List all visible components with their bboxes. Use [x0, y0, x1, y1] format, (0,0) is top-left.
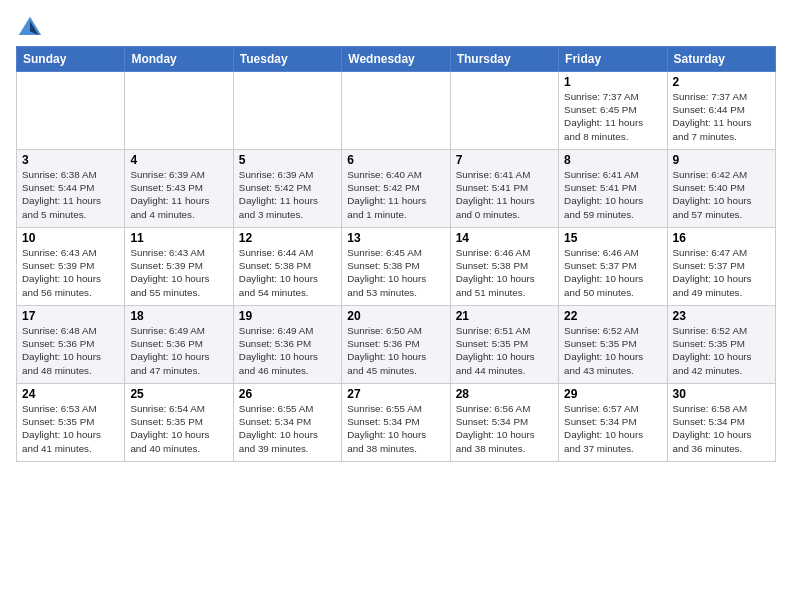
empty-cell — [450, 72, 558, 150]
day-info-18: Sunrise: 6:49 AM Sunset: 5:36 PM Dayligh… — [130, 324, 227, 377]
day-number-23: 23 — [673, 309, 770, 323]
day-info-3: Sunrise: 6:38 AM Sunset: 5:44 PM Dayligh… — [22, 168, 119, 221]
week-row-1: 1Sunrise: 7:37 AM Sunset: 6:45 PM Daylig… — [17, 72, 776, 150]
day-cell-17: 17Sunrise: 6:48 AM Sunset: 5:36 PM Dayli… — [17, 306, 125, 384]
day-info-5: Sunrise: 6:39 AM Sunset: 5:42 PM Dayligh… — [239, 168, 336, 221]
weekday-header-row: SundayMondayTuesdayWednesdayThursdayFrid… — [17, 47, 776, 72]
day-number-2: 2 — [673, 75, 770, 89]
day-info-26: Sunrise: 6:55 AM Sunset: 5:34 PM Dayligh… — [239, 402, 336, 455]
day-number-25: 25 — [130, 387, 227, 401]
day-number-20: 20 — [347, 309, 444, 323]
day-number-11: 11 — [130, 231, 227, 245]
day-number-8: 8 — [564, 153, 661, 167]
day-number-10: 10 — [22, 231, 119, 245]
day-info-7: Sunrise: 6:41 AM Sunset: 5:41 PM Dayligh… — [456, 168, 553, 221]
day-info-29: Sunrise: 6:57 AM Sunset: 5:34 PM Dayligh… — [564, 402, 661, 455]
header — [16, 10, 776, 42]
day-cell-8: 8Sunrise: 6:41 AM Sunset: 5:41 PM Daylig… — [559, 150, 667, 228]
calendar: SundayMondayTuesdayWednesdayThursdayFrid… — [16, 46, 776, 462]
day-number-4: 4 — [130, 153, 227, 167]
day-info-9: Sunrise: 6:42 AM Sunset: 5:40 PM Dayligh… — [673, 168, 770, 221]
weekday-header-saturday: Saturday — [667, 47, 775, 72]
day-info-12: Sunrise: 6:44 AM Sunset: 5:38 PM Dayligh… — [239, 246, 336, 299]
week-row-4: 17Sunrise: 6:48 AM Sunset: 5:36 PM Dayli… — [17, 306, 776, 384]
day-info-4: Sunrise: 6:39 AM Sunset: 5:43 PM Dayligh… — [130, 168, 227, 221]
day-info-10: Sunrise: 6:43 AM Sunset: 5:39 PM Dayligh… — [22, 246, 119, 299]
day-info-28: Sunrise: 6:56 AM Sunset: 5:34 PM Dayligh… — [456, 402, 553, 455]
day-info-6: Sunrise: 6:40 AM Sunset: 5:42 PM Dayligh… — [347, 168, 444, 221]
day-number-22: 22 — [564, 309, 661, 323]
day-info-2: Sunrise: 7:37 AM Sunset: 6:44 PM Dayligh… — [673, 90, 770, 143]
weekday-header-tuesday: Tuesday — [233, 47, 341, 72]
weekday-header-thursday: Thursday — [450, 47, 558, 72]
day-cell-16: 16Sunrise: 6:47 AM Sunset: 5:37 PM Dayli… — [667, 228, 775, 306]
day-number-30: 30 — [673, 387, 770, 401]
day-cell-21: 21Sunrise: 6:51 AM Sunset: 5:35 PM Dayli… — [450, 306, 558, 384]
day-cell-5: 5Sunrise: 6:39 AM Sunset: 5:42 PM Daylig… — [233, 150, 341, 228]
day-cell-10: 10Sunrise: 6:43 AM Sunset: 5:39 PM Dayli… — [17, 228, 125, 306]
day-info-20: Sunrise: 6:50 AM Sunset: 5:36 PM Dayligh… — [347, 324, 444, 377]
day-cell-13: 13Sunrise: 6:45 AM Sunset: 5:38 PM Dayli… — [342, 228, 450, 306]
day-info-30: Sunrise: 6:58 AM Sunset: 5:34 PM Dayligh… — [673, 402, 770, 455]
day-cell-12: 12Sunrise: 6:44 AM Sunset: 5:38 PM Dayli… — [233, 228, 341, 306]
day-info-13: Sunrise: 6:45 AM Sunset: 5:38 PM Dayligh… — [347, 246, 444, 299]
day-number-26: 26 — [239, 387, 336, 401]
day-number-29: 29 — [564, 387, 661, 401]
logo — [16, 14, 48, 42]
day-info-24: Sunrise: 6:53 AM Sunset: 5:35 PM Dayligh… — [22, 402, 119, 455]
day-cell-2: 2Sunrise: 7:37 AM Sunset: 6:44 PM Daylig… — [667, 72, 775, 150]
day-info-22: Sunrise: 6:52 AM Sunset: 5:35 PM Dayligh… — [564, 324, 661, 377]
day-number-12: 12 — [239, 231, 336, 245]
day-number-19: 19 — [239, 309, 336, 323]
day-cell-1: 1Sunrise: 7:37 AM Sunset: 6:45 PM Daylig… — [559, 72, 667, 150]
day-cell-14: 14Sunrise: 6:46 AM Sunset: 5:38 PM Dayli… — [450, 228, 558, 306]
day-cell-23: 23Sunrise: 6:52 AM Sunset: 5:35 PM Dayli… — [667, 306, 775, 384]
day-cell-11: 11Sunrise: 6:43 AM Sunset: 5:39 PM Dayli… — [125, 228, 233, 306]
page: SundayMondayTuesdayWednesdayThursdayFrid… — [0, 0, 792, 470]
day-cell-18: 18Sunrise: 6:49 AM Sunset: 5:36 PM Dayli… — [125, 306, 233, 384]
day-cell-26: 26Sunrise: 6:55 AM Sunset: 5:34 PM Dayli… — [233, 384, 341, 462]
day-cell-7: 7Sunrise: 6:41 AM Sunset: 5:41 PM Daylig… — [450, 150, 558, 228]
day-number-13: 13 — [347, 231, 444, 245]
day-number-1: 1 — [564, 75, 661, 89]
day-info-8: Sunrise: 6:41 AM Sunset: 5:41 PM Dayligh… — [564, 168, 661, 221]
day-cell-9: 9Sunrise: 6:42 AM Sunset: 5:40 PM Daylig… — [667, 150, 775, 228]
empty-cell — [17, 72, 125, 150]
day-cell-25: 25Sunrise: 6:54 AM Sunset: 5:35 PM Dayli… — [125, 384, 233, 462]
day-info-25: Sunrise: 6:54 AM Sunset: 5:35 PM Dayligh… — [130, 402, 227, 455]
day-cell-30: 30Sunrise: 6:58 AM Sunset: 5:34 PM Dayli… — [667, 384, 775, 462]
day-number-16: 16 — [673, 231, 770, 245]
weekday-header-sunday: Sunday — [17, 47, 125, 72]
day-info-23: Sunrise: 6:52 AM Sunset: 5:35 PM Dayligh… — [673, 324, 770, 377]
day-number-24: 24 — [22, 387, 119, 401]
weekday-header-monday: Monday — [125, 47, 233, 72]
day-cell-15: 15Sunrise: 6:46 AM Sunset: 5:37 PM Dayli… — [559, 228, 667, 306]
empty-cell — [125, 72, 233, 150]
day-info-16: Sunrise: 6:47 AM Sunset: 5:37 PM Dayligh… — [673, 246, 770, 299]
day-info-15: Sunrise: 6:46 AM Sunset: 5:37 PM Dayligh… — [564, 246, 661, 299]
day-number-27: 27 — [347, 387, 444, 401]
logo-icon — [16, 14, 44, 42]
day-cell-6: 6Sunrise: 6:40 AM Sunset: 5:42 PM Daylig… — [342, 150, 450, 228]
day-info-27: Sunrise: 6:55 AM Sunset: 5:34 PM Dayligh… — [347, 402, 444, 455]
day-number-14: 14 — [456, 231, 553, 245]
day-number-28: 28 — [456, 387, 553, 401]
day-info-19: Sunrise: 6:49 AM Sunset: 5:36 PM Dayligh… — [239, 324, 336, 377]
week-row-5: 24Sunrise: 6:53 AM Sunset: 5:35 PM Dayli… — [17, 384, 776, 462]
day-cell-3: 3Sunrise: 6:38 AM Sunset: 5:44 PM Daylig… — [17, 150, 125, 228]
weekday-header-wednesday: Wednesday — [342, 47, 450, 72]
day-cell-27: 27Sunrise: 6:55 AM Sunset: 5:34 PM Dayli… — [342, 384, 450, 462]
day-number-18: 18 — [130, 309, 227, 323]
day-cell-29: 29Sunrise: 6:57 AM Sunset: 5:34 PM Dayli… — [559, 384, 667, 462]
day-info-1: Sunrise: 7:37 AM Sunset: 6:45 PM Dayligh… — [564, 90, 661, 143]
day-number-7: 7 — [456, 153, 553, 167]
day-number-21: 21 — [456, 309, 553, 323]
day-number-5: 5 — [239, 153, 336, 167]
day-cell-28: 28Sunrise: 6:56 AM Sunset: 5:34 PM Dayli… — [450, 384, 558, 462]
day-cell-20: 20Sunrise: 6:50 AM Sunset: 5:36 PM Dayli… — [342, 306, 450, 384]
day-cell-24: 24Sunrise: 6:53 AM Sunset: 5:35 PM Dayli… — [17, 384, 125, 462]
day-cell-22: 22Sunrise: 6:52 AM Sunset: 5:35 PM Dayli… — [559, 306, 667, 384]
day-number-6: 6 — [347, 153, 444, 167]
empty-cell — [233, 72, 341, 150]
day-number-15: 15 — [564, 231, 661, 245]
